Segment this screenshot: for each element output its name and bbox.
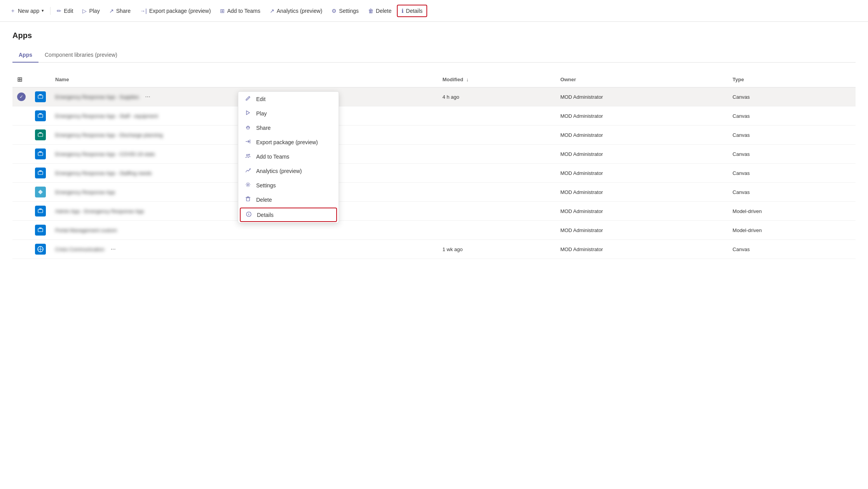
app-icon: [35, 244, 46, 255]
menu-item-label: Export package (preview): [256, 139, 318, 145]
row-owner: MOD Administrator: [555, 87, 728, 107]
edit-icon: ✏: [57, 8, 61, 14]
page-title: Apps: [12, 31, 856, 40]
row-owner: MOD Administrator: [555, 126, 728, 145]
share-button[interactable]: ↗ Share: [105, 5, 134, 16]
row-type: Canvas: [728, 183, 856, 202]
row-check[interactable]: [12, 202, 30, 221]
table-row[interactable]: Portal Management custom MOD Administrat…: [12, 221, 856, 240]
app-name: Emergency Response App: [55, 189, 115, 195]
table-row[interactable]: Emergency Response App - COVID-19 stats …: [12, 145, 856, 164]
context-menu-item-analytics-(preview)[interactable]: Analytics (preview): [238, 164, 339, 178]
menu-item-icon: [245, 124, 251, 131]
row-check[interactable]: [12, 164, 30, 183]
svg-point-14: [246, 154, 248, 156]
col-header-icon: [30, 72, 51, 87]
context-menu-item-edit[interactable]: Edit: [238, 92, 339, 106]
app-icon: [35, 110, 46, 121]
row-check[interactable]: [12, 240, 30, 259]
table-row[interactable]: Crisis Communication ··· 1 wk ago MOD Ad…: [12, 240, 856, 259]
selected-check-icon: ✓: [17, 93, 26, 101]
details-button[interactable]: ℹ Details: [397, 5, 427, 17]
col-header-name[interactable]: Name: [51, 72, 438, 87]
add-to-teams-button[interactable]: ⊞ Add to Teams: [216, 5, 264, 16]
table-row[interactable]: Emergency Response App - Discharge plann…: [12, 126, 856, 145]
tab-component-libraries[interactable]: Component libraries (preview): [38, 48, 124, 63]
context-menu-item-share[interactable]: Share: [238, 121, 339, 135]
row-more-button[interactable]: ···: [108, 245, 118, 253]
table-row[interactable]: ✓ Emergency Response App - Supplies ··· …: [12, 87, 856, 107]
table-row[interactable]: Emergency Response App MOD Administrator…: [12, 183, 856, 202]
context-menu-item-settings[interactable]: Settings: [238, 178, 339, 192]
context-menu-item-add-to-teams[interactable]: Add to Teams: [238, 149, 339, 164]
table-row[interactable]: Emergency Response App - Staff - equipme…: [12, 107, 856, 126]
app-name: Crisis Communication: [55, 246, 104, 252]
col-header-check: ⊞: [12, 72, 30, 87]
settings-button[interactable]: ⚙ Settings: [328, 5, 363, 16]
tabs: Apps Component libraries (preview): [12, 48, 856, 63]
row-owner: MOD Administrator: [555, 183, 728, 202]
row-app-icon-cell: [30, 240, 51, 259]
page-content: Apps Apps Component libraries (preview) …: [0, 22, 868, 268]
context-menu-item-export-package-(preview)[interactable]: Export package (preview): [238, 135, 339, 149]
row-modified: 1 wk ago: [438, 240, 555, 259]
row-name-cell: Portal Management custom: [51, 221, 438, 240]
svg-rect-4: [38, 171, 43, 175]
row-modified: 4 h ago: [438, 87, 555, 107]
info-icon: ℹ: [402, 8, 403, 14]
svg-rect-17: [246, 198, 250, 201]
row-type: Canvas: [728, 107, 856, 126]
row-app-icon-cell: [30, 221, 51, 240]
app-icon: [35, 168, 46, 178]
row-check[interactable]: [12, 183, 30, 202]
app-icon: [35, 187, 46, 197]
row-type: Model-driven: [728, 202, 856, 221]
row-type: Canvas: [728, 87, 856, 107]
row-check[interactable]: [12, 126, 30, 145]
row-more-button[interactable]: ···: [143, 93, 152, 101]
export-button[interactable]: →| Export package (preview): [136, 5, 215, 16]
grid-icon: ⊞: [17, 76, 22, 83]
menu-item-icon: [245, 168, 251, 174]
tab-apps[interactable]: Apps: [12, 48, 38, 63]
chevron-down-icon: ▾: [42, 8, 44, 13]
table-row[interactable]: Emergency Response App - Staffing needs …: [12, 164, 856, 183]
app-name: Emergency Response App - Staff - equipme…: [55, 113, 158, 119]
menu-item-label: Details: [257, 212, 274, 218]
menu-item-label: Settings: [256, 182, 276, 189]
delete-button[interactable]: 🗑 Delete: [364, 5, 395, 16]
edit-button[interactable]: ✏ Edit: [53, 5, 77, 16]
row-app-icon-cell: [30, 126, 51, 145]
row-app-icon-cell: [30, 202, 51, 221]
app-icon: [35, 129, 46, 140]
row-type: Model-driven: [728, 221, 856, 240]
app-name: Admin App - Emergency Response App: [55, 208, 144, 214]
row-check[interactable]: [12, 145, 30, 164]
app-icon: [35, 91, 46, 102]
row-owner: MOD Administrator: [555, 221, 728, 240]
context-menu-item-play[interactable]: Play: [238, 106, 339, 121]
divider: [50, 7, 51, 15]
analytics-button[interactable]: ↗ Analytics (preview): [266, 5, 326, 16]
context-menu-item-details[interactable]: Details: [240, 208, 337, 222]
row-check[interactable]: ✓: [12, 87, 30, 107]
apps-table: ⊞ Name Modified ↓ Owner Type ✓ Emergency…: [12, 72, 856, 259]
svg-rect-2: [38, 133, 43, 136]
row-check[interactable]: [12, 107, 30, 126]
row-owner: MOD Administrator: [555, 240, 728, 259]
svg-rect-6: [38, 229, 43, 232]
svg-point-15: [249, 154, 250, 155]
menu-item-label: Add to Teams: [256, 154, 289, 160]
menu-item-icon: [245, 139, 251, 145]
share-icon: ↗: [109, 8, 114, 14]
svg-rect-11: [247, 127, 249, 129]
settings-icon: ⚙: [332, 8, 337, 14]
context-menu-item-delete[interactable]: Delete: [238, 192, 339, 207]
export-icon: →|: [140, 8, 147, 14]
table-row[interactable]: Admin App - Emergency Response App MOD A…: [12, 202, 856, 221]
play-button[interactable]: ▷ Play: [79, 5, 103, 16]
new-app-button[interactable]: ＋ New app ▾: [6, 5, 48, 17]
col-header-modified[interactable]: Modified ↓: [438, 72, 555, 87]
row-modified: [438, 126, 555, 145]
row-check[interactable]: [12, 221, 30, 240]
